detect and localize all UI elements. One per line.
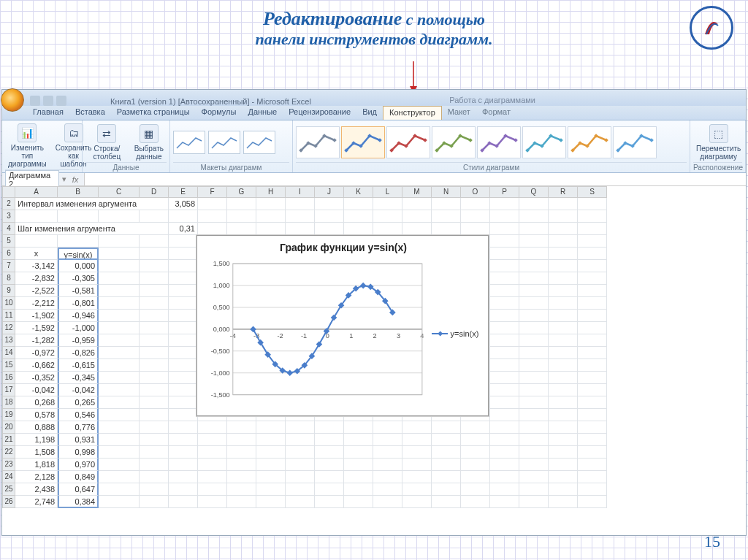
cell[interactable]: -1,282 <box>15 334 58 347</box>
chart-style-thumb[interactable] <box>568 126 611 158</box>
col-header[interactable]: B <box>58 186 99 198</box>
cell[interactable]: -0,801 <box>58 297 99 310</box>
cell[interactable]: x <box>15 248 58 260</box>
row-header[interactable]: 15 <box>2 359 15 372</box>
row-header[interactable]: 23 <box>2 459 15 471</box>
chart-legend[interactable]: y=sin(x) <box>427 256 484 411</box>
cell[interactable]: -0,946 <box>58 310 99 322</box>
tab-chart-format[interactable]: Формат <box>476 106 516 120</box>
chart-style-thumb[interactable] <box>386 126 430 158</box>
fx-icon[interactable]: fx <box>69 175 81 184</box>
col-header[interactable]: F <box>198 186 227 198</box>
move-chart-button[interactable]: ⬚Переместить диаграмму <box>693 123 744 162</box>
row-header[interactable]: 17 <box>2 384 15 396</box>
col-header[interactable]: H <box>256 186 286 198</box>
cell[interactable]: 0,384 <box>58 496 99 508</box>
cell[interactable]: -0,352 <box>15 372 58 384</box>
chart-plot-area[interactable]: -1,500-1,000-0,5000,0000,5001,0001,500-4… <box>203 256 427 411</box>
cell[interactable]: Интервал изменения аргумента <box>15 198 169 210</box>
col-header[interactable]: C <box>99 186 140 198</box>
cell[interactable]: -0,662 <box>15 359 58 372</box>
chart-style-thumb[interactable] <box>477 126 521 158</box>
cell[interactable]: -0,042 <box>15 384 58 396</box>
chart-style-thumb[interactable] <box>522 126 566 158</box>
switch-row-col-button[interactable]: ⇄Строка/столбец <box>85 123 129 162</box>
cell[interactable]: 0,31 <box>169 223 198 235</box>
cell[interactable]: y=sin(x) <box>58 248 99 260</box>
select-all-corner[interactable] <box>2 186 15 198</box>
row-header[interactable]: 20 <box>2 421 15 434</box>
cell[interactable]: 0,265 <box>58 396 99 409</box>
cell[interactable]: 3,058 <box>169 198 198 210</box>
tab-chart-layout[interactable]: Макет <box>442 106 476 120</box>
col-header[interactable]: D <box>140 186 169 198</box>
row-header[interactable]: 8 <box>2 272 15 285</box>
chart-style-thumb[interactable] <box>613 126 657 158</box>
col-header[interactable]: R <box>549 186 578 198</box>
tab-data[interactable]: Данные <box>242 106 283 120</box>
tab-chart-design[interactable]: Конструктор <box>383 106 442 120</box>
qat-undo-icon[interactable] <box>43 96 53 106</box>
worksheet[interactable]: 2345678910111213141516171819202122232425… <box>2 186 746 535</box>
office-button[interactable] <box>1 88 24 112</box>
cell[interactable]: -0,581 <box>58 285 99 297</box>
cell[interactable]: 0,998 <box>58 446 99 459</box>
cell[interactable]: 0,888 <box>15 421 58 434</box>
col-header[interactable]: M <box>402 186 432 198</box>
cell[interactable]: -0,042 <box>58 384 99 396</box>
row-header[interactable]: 25 <box>2 483 15 496</box>
col-header[interactable]: N <box>432 186 461 198</box>
cell[interactable]: 0,849 <box>58 471 99 483</box>
row-header[interactable]: 19 <box>2 409 15 421</box>
cell[interactable]: 1,818 <box>15 459 58 471</box>
change-chart-type-button[interactable]: 📊Изменить тип диаграммы <box>5 122 50 169</box>
cell[interactable]: -0,305 <box>58 272 99 285</box>
row-header[interactable]: 4 <box>2 223 15 235</box>
cell[interactable]: 2,438 <box>15 483 58 496</box>
col-header[interactable]: S <box>578 186 607 198</box>
col-header[interactable]: P <box>490 186 519 198</box>
row-header[interactable]: 21 <box>2 434 15 446</box>
formula-input[interactable] <box>84 173 746 185</box>
row-header[interactable]: 11 <box>2 310 15 322</box>
cell[interactable]: -0,615 <box>58 359 99 372</box>
cell[interactable]: 0,776 <box>58 421 99 434</box>
qat-redo-icon[interactable] <box>56 96 66 106</box>
cell[interactable]: 1,508 <box>15 446 58 459</box>
col-header[interactable]: G <box>227 186 256 198</box>
col-header[interactable]: Q <box>519 186 549 198</box>
row-header[interactable]: 26 <box>2 496 15 508</box>
col-header[interactable]: J <box>315 186 344 198</box>
chart-layout-thumb[interactable] <box>243 131 275 154</box>
row-header[interactable]: 2 <box>2 198 15 210</box>
row-header[interactable]: 3 <box>2 210 15 223</box>
row-header[interactable]: 18 <box>2 396 15 409</box>
cell[interactable]: 0,931 <box>58 434 99 446</box>
cell[interactable]: -0,345 <box>58 372 99 384</box>
chart-style-thumb[interactable] <box>432 126 476 158</box>
row-header[interactable]: 13 <box>2 334 15 347</box>
row-header[interactable]: 5 <box>2 235 15 248</box>
cell[interactable]: Шаг изменения агрумента <box>15 223 169 235</box>
dropdown-icon[interactable]: ▾ <box>62 174 66 184</box>
cell[interactable]: -0,972 <box>15 347 58 359</box>
cell[interactable]: 2,748 <box>15 496 58 508</box>
cell[interactable]: 0,546 <box>58 409 99 421</box>
row-header[interactable]: 9 <box>2 285 15 297</box>
embedded-chart[interactable]: График функции y=sin(x) -1,500-1,000-0,5… <box>196 235 489 416</box>
cell[interactable]: -2,212 <box>15 297 58 310</box>
chart-layout-thumb[interactable] <box>173 131 205 154</box>
chart-style-thumb[interactable] <box>341 126 385 158</box>
col-header[interactable]: L <box>373 186 402 198</box>
tab-insert[interactable]: Вставка <box>69 106 111 120</box>
chart-layout-thumb[interactable] <box>208 131 240 154</box>
cell[interactable]: 0,268 <box>15 396 58 409</box>
cell[interactable]: -1,000 <box>58 322 99 334</box>
quick-access-toolbar[interactable] <box>23 96 66 106</box>
col-header[interactable]: I <box>286 186 315 198</box>
row-header[interactable]: 16 <box>2 372 15 384</box>
col-header[interactable]: A <box>15 186 58 198</box>
row-header[interactable]: 12 <box>2 322 15 334</box>
row-header[interactable]: 7 <box>2 260 15 272</box>
select-data-button[interactable]: ▦Выбрать данные <box>131 123 167 162</box>
